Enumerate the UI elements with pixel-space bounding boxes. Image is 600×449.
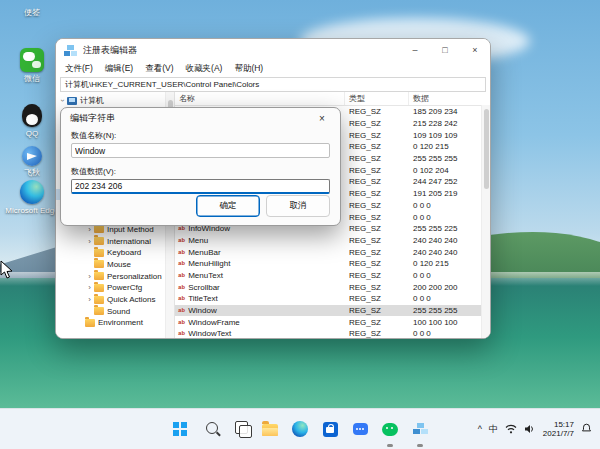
title-bar[interactable]: 注册表编辑器 – □ × [56, 39, 490, 61]
file-explorer-taskbar-button[interactable] [257, 416, 283, 442]
value-name-cell: abWindowFrame [175, 318, 345, 327]
ok-button[interactable]: 确定 [196, 195, 260, 217]
tree-item-label: 计算机 [80, 95, 104, 106]
store-icon [323, 422, 338, 437]
tree-item-keyboard[interactable]: Keyboard [56, 247, 174, 259]
column-header-name[interactable]: 名称 [175, 92, 345, 105]
value-data: 200 200 200 [409, 283, 490, 292]
dialog-close-icon[interactable]: × [313, 113, 331, 124]
value-data-input[interactable] [71, 179, 330, 194]
value-type: REG_SZ [345, 119, 409, 128]
dialog-title-bar[interactable]: 编辑字符串 × [61, 108, 340, 128]
folder-icon [94, 237, 104, 245]
registry-value-row-window[interactable]: abWindowREG_SZ255 255 255 [175, 305, 490, 317]
value-data: 244 247 252 [409, 177, 490, 186]
value-type: REG_SZ [345, 177, 409, 186]
registry-value-row-menu[interactable]: abMenuREG_SZ240 240 240 [175, 235, 490, 247]
start-taskbar-button[interactable] [167, 416, 193, 442]
edit-string-dialog: 编辑字符串 × 数值名称(N): 数值数据(V): 确定 取消 [60, 107, 341, 226]
store-taskbar-button[interactable] [317, 416, 343, 442]
string-value-icon: ab [178, 295, 185, 302]
search-taskbar-button[interactable] [197, 416, 223, 442]
wechat-taskbar-button[interactable] [377, 416, 403, 442]
value-name: MenuText [188, 271, 223, 280]
expand-arrow-icon[interactable]: › [86, 295, 93, 304]
desktop-icon-wechat[interactable]: 微信 [2, 48, 62, 83]
regedit-icon [413, 423, 428, 435]
menu-item-4[interactable]: 帮助(H) [228, 63, 269, 75]
expand-arrow-icon[interactable]: › [86, 272, 93, 281]
cancel-button[interactable]: 取消 [266, 195, 330, 217]
desktop-icon-sticky-notes[interactable]: 便签 [2, 6, 62, 17]
tree-item-environment[interactable]: Environment [56, 317, 174, 329]
value-name: Window [188, 306, 216, 315]
expand-arrow-icon[interactable]: › [86, 225, 93, 234]
column-header-data[interactable]: 数据 [409, 92, 490, 105]
wifi-icon[interactable] [505, 420, 517, 438]
value-name-cell: abMenuText [175, 271, 345, 280]
value-data: 255 255 225 [409, 224, 490, 233]
registry-value-row-menutext[interactable]: abMenuTextREG_SZ0 0 0 [175, 270, 490, 282]
taskbar: ^ 中 15:17 2021/7/7 [0, 408, 600, 449]
menu-item-1[interactable]: 编辑(E) [99, 63, 139, 75]
expand-arrow-icon[interactable]: › [86, 283, 93, 292]
desktop-icon-qq[interactable]: QQ [2, 104, 62, 138]
regedit-taskbar-button[interactable] [407, 416, 433, 442]
dialog-title: 编辑字符串 [70, 112, 115, 125]
folder-icon [94, 307, 104, 315]
edge-taskbar-button[interactable] [287, 416, 313, 442]
menu-item-0[interactable]: 文件(F) [59, 63, 99, 75]
registry-value-row-titletext[interactable]: abTitleTextREG_SZ0 0 0 [175, 293, 490, 305]
folder-icon [94, 225, 104, 233]
tree-item-powercfg[interactable]: ›PowerCfg [56, 282, 174, 294]
value-name-cell: abWindow [175, 306, 345, 315]
tree-item-quick-actions[interactable]: ›Quick Actions [56, 294, 174, 306]
hidden-icons-chevron-icon[interactable]: ^ [478, 424, 482, 434]
value-type: REG_SZ [345, 318, 409, 327]
string-value-icon: ab [178, 272, 185, 279]
value-type: REG_SZ [345, 236, 409, 245]
desktop-icon-feiq[interactable]: 飞秋 [2, 146, 62, 177]
value-data: 109 109 109 [409, 131, 490, 140]
value-name-cell: abScrollbar [175, 283, 345, 292]
tree-item-mouse[interactable]: Mouse [56, 259, 174, 271]
close-button[interactable]: × [460, 39, 490, 61]
tree-item-item[interactable]: ›计算机 [56, 95, 174, 107]
tree-item-sound[interactable]: Sound [56, 305, 174, 317]
clock-time: 15:17 [543, 420, 574, 430]
minimize-button[interactable]: – [400, 39, 430, 61]
column-header-type[interactable]: 类型 [345, 92, 409, 105]
value-data: 0 0 0 [409, 213, 490, 222]
expand-arrow-icon[interactable]: › [86, 237, 93, 246]
registry-value-row-menubar[interactable]: abMenuBarREG_SZ240 240 240 [175, 246, 490, 258]
desktop-icon-edge[interactable]: Microsoft Edge [2, 180, 62, 215]
clock[interactable]: 15:17 2021/7/7 [543, 420, 574, 439]
value-data: 0 0 0 [409, 294, 490, 303]
registry-value-row-windowframe[interactable]: abWindowFrameREG_SZ100 100 100 [175, 316, 490, 328]
registry-value-row-windowtext[interactable]: abWindowTextREG_SZ0 0 0 [175, 328, 490, 338]
value-data: 255 255 255 [409, 154, 490, 163]
maximize-button[interactable]: □ [430, 39, 460, 61]
folder-icon [85, 319, 95, 327]
address-bar: 计算机\HKEY_CURRENT_USER\Control Panel\Colo… [56, 76, 490, 92]
notifications-bell-icon[interactable] [581, 420, 592, 438]
volume-icon[interactable] [524, 420, 536, 438]
ime-indicator[interactable]: 中 [489, 423, 498, 436]
regedit-app-icon [64, 45, 77, 56]
registry-value-row-scrollbar[interactable]: abScrollbarREG_SZ200 200 200 [175, 281, 490, 293]
tree-item-label: Quick Actions [107, 295, 155, 304]
address-input[interactable]: 计算机\HKEY_CURRENT_USER\Control Panel\Colo… [60, 77, 486, 92]
expand-arrow-icon[interactable]: › [58, 97, 67, 104]
menu-item-3[interactable]: 收藏夹(A) [180, 63, 229, 75]
value-name-input[interactable] [71, 143, 330, 158]
list-scrollbar[interactable] [481, 105, 490, 338]
tree-item-label: Personalization [107, 272, 162, 281]
value-data: 0 0 0 [409, 329, 490, 338]
menu-item-2[interactable]: 查看(V) [139, 63, 179, 75]
task-view-taskbar-button[interactable] [227, 416, 253, 442]
tree-item-international[interactable]: ›International [56, 235, 174, 247]
registry-value-row-menuhilight[interactable]: abMenuHilightREG_SZ0 120 215 [175, 258, 490, 270]
tree-item-personalization[interactable]: ›Personalization [56, 270, 174, 282]
chat-taskbar-button[interactable] [347, 416, 373, 442]
list-header: 名称 类型 数据 [175, 92, 490, 106]
